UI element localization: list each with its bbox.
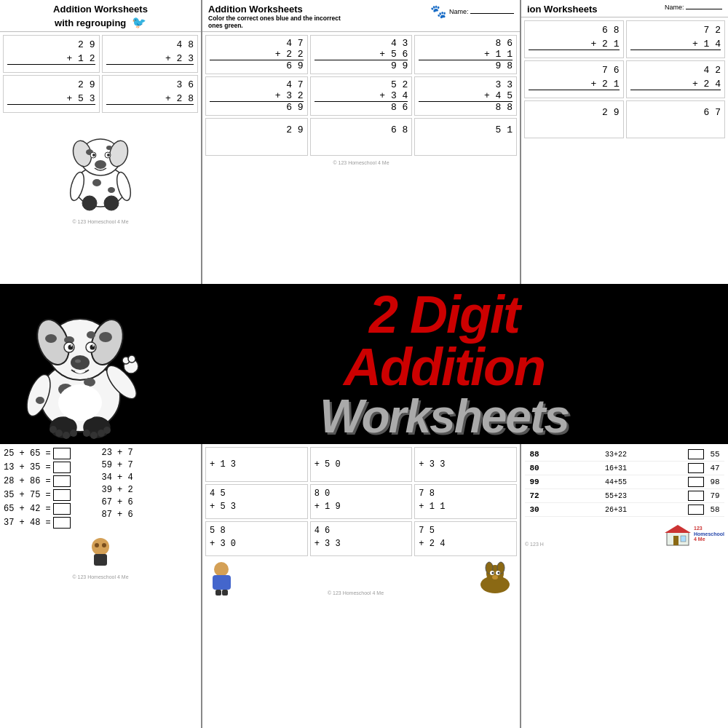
main-container: Addition Worksheets with regrouping 🐦 2 … <box>0 0 728 728</box>
dalmatian-top-svg <box>57 117 144 212</box>
svg-point-56 <box>95 543 99 547</box>
ws2-p1: 4 7 + 2 2 6 9 <box>205 35 308 74</box>
svg-point-33 <box>71 345 72 347</box>
ws2-p3: 8 6 + 1 1 9 8 <box>414 35 517 74</box>
ws2-p8: 6 8 <box>310 118 413 156</box>
ws3-p4: 4 2 + 2 4 <box>626 60 726 98</box>
ws2-p2: 4 3 + 5 6 9 9 <box>310 35 413 74</box>
matching-grid: 88 33+22 55 80 16+31 47 99 44+55 98 <box>525 448 724 517</box>
dog-area-ws1 <box>3 117 198 215</box>
svg-point-16 <box>104 196 119 210</box>
ws1-problem-2: 4 8 + 2 3 <box>102 35 199 73</box>
bot-ws2-footer: © 123 Homeschool 4 Me <box>328 590 384 596</box>
svg-point-31 <box>68 345 74 350</box>
bot-ws2-partial-1: + 1 3 <box>205 447 308 482</box>
ws2-p4: 4 7 + 3 2 6 9 <box>205 76 308 116</box>
ws3-p3: 7 6 + 2 1 <box>524 60 624 98</box>
bot-ws2-p1: 4 5 + 5 3 <box>205 484 308 519</box>
svg-point-12 <box>95 160 106 169</box>
dalmatian-banner-svg <box>11 288 149 444</box>
bot-ws2-problems: 4 5 + 5 3 8 0 + 1 9 7 8 + 1 1 5 8 + 3 0 <box>205 484 517 556</box>
ws1-problem-1: 2 9 + 1 2 <box>3 35 100 73</box>
eq-box-3[interactable] <box>53 475 71 487</box>
eq-2: 13 + 35 = <box>4 462 100 473</box>
eq-8: 59 + 7 <box>102 460 198 470</box>
svg-rect-61 <box>222 590 228 596</box>
banner-section: 2 Digit Addition Worksheets <box>0 284 728 444</box>
svg-point-51 <box>103 427 111 434</box>
svg-point-32 <box>90 345 95 350</box>
ws3-body: 6 8 + 2 1 7 2 + 1 4 7 6 + 2 1 <box>521 17 728 141</box>
svg-point-46 <box>63 432 70 439</box>
ws1-problems-grid: 2 9 + 1 2 4 8 + 2 3 2 9 + 5 3 <box>3 35 198 113</box>
svg-point-48 <box>83 430 90 437</box>
ws3-name-label: Name: <box>665 4 722 11</box>
svg-point-45 <box>55 430 63 437</box>
ws2-problems-grid: 4 7 + 2 2 6 9 4 3 + 5 6 9 9 8 6 + 1 1 9 … <box>205 35 517 156</box>
eq-5: 65 + 42 = <box>4 503 100 515</box>
bot-ws2-top-partial: + 1 3 + 5 0 + 3 3 <box>205 447 517 482</box>
eq-10: 39 + 2 <box>102 485 198 495</box>
svg-point-57 <box>102 543 106 547</box>
bottom-section: 25 + 65 = 13 + 35 = 28 + 86 = 35 + 75 = <box>0 444 728 728</box>
svg-rect-60 <box>215 590 221 596</box>
ws2-p5: 5 2 + 3 4 8 6 <box>310 76 413 116</box>
svg-point-68 <box>491 572 494 574</box>
eq-box-4[interactable] <box>53 489 71 501</box>
eq-box-6[interactable] <box>53 517 71 529</box>
eq-box-2[interactable] <box>53 462 71 473</box>
match-box-3[interactable] <box>688 477 704 487</box>
ws3-p2: 7 2 + 1 4 <box>626 20 726 58</box>
worksheet-preview-3: ion Worksheets Name: 6 8 + 2 1 7 2 + 1 4 <box>521 0 728 284</box>
bot-ws2-p3: 7 8 + 1 1 <box>414 484 517 519</box>
svg-point-41 <box>128 355 135 363</box>
eq-box-5[interactable] <box>53 503 71 515</box>
logo-area: 123 Homeschool 4 Me <box>663 521 724 547</box>
match-box-1[interactable] <box>688 449 704 459</box>
logo-text: 123 Homeschool 4 Me <box>694 526 724 542</box>
bot-ws2-p6: 7 5 + 2 4 <box>414 521 517 556</box>
eq-4: 35 + 75 = <box>4 489 100 501</box>
svg-point-11 <box>107 154 110 157</box>
ws1-body: 2 9 + 1 2 4 8 + 2 3 2 9 + 5 3 <box>0 32 201 218</box>
ws2-p6: 3 3 + 4 5 8 8 <box>414 76 517 116</box>
animal-character-svg <box>473 559 517 596</box>
ws1-header: Addition Worksheets with regrouping 🐦 <box>0 0 201 32</box>
ws2-p7: 2 9 <box>205 118 308 156</box>
eq-7: 23 + 7 <box>102 448 198 458</box>
eq-12: 87 + 6 <box>102 510 198 520</box>
ws1-footer: © 123 Homeschool 4 Me <box>0 219 201 224</box>
svg-point-54 <box>92 538 109 555</box>
ws2-header: Addition Worksheets Color the correct on… <box>202 0 520 32</box>
ws3-p6: 6 7 <box>626 100 726 138</box>
svg-rect-74 <box>681 536 686 542</box>
match-row-5: 30 26+31 58 <box>525 503 724 517</box>
logo-building-svg <box>663 521 692 547</box>
ws2-footer: © 123 Homeschool 4 Me <box>202 160 520 165</box>
svg-point-47 <box>70 430 77 437</box>
bot-ws2-p5: 4 6 + 3 3 <box>310 521 413 556</box>
small-character-svg <box>82 534 119 570</box>
svg-point-36 <box>75 360 81 363</box>
bottom-worksheet-1: 25 + 65 = 13 + 35 = 28 + 86 = 35 + 75 = <box>0 444 201 728</box>
svg-point-10 <box>92 154 95 157</box>
ws1-problem-4: 3 6 + 2 8 <box>102 75 199 113</box>
bird-icon: 🐦 <box>132 16 146 28</box>
svg-point-15 <box>82 196 97 210</box>
eq-11: 67 + 6 <box>102 497 198 507</box>
match-box-2[interactable] <box>688 463 704 473</box>
bot-ws2-partial-2: + 5 0 <box>310 447 413 482</box>
bot-ws1-right: 23 + 7 59 + 7 34 + 4 39 + 2 67 + 6 87 + … <box>102 448 198 531</box>
match-box-4[interactable] <box>688 491 704 501</box>
worksheet-preview-2: Addition Worksheets Color the correct on… <box>202 0 520 284</box>
svg-point-53 <box>36 397 44 404</box>
match-box-5[interactable] <box>688 505 704 515</box>
eq-box-1[interactable] <box>53 448 71 459</box>
svg-rect-59 <box>213 575 231 590</box>
svg-marker-72 <box>665 525 691 533</box>
ws1-title: Addition Worksheets with regrouping 🐦 <box>6 4 195 29</box>
svg-rect-55 <box>94 554 107 566</box>
bot-ws3-footer: © 123 H <box>525 542 544 547</box>
bot-ws2-p4: 5 8 + 3 0 <box>205 521 308 556</box>
dalmatian-icon-ws2: 🐾 <box>430 4 446 20</box>
